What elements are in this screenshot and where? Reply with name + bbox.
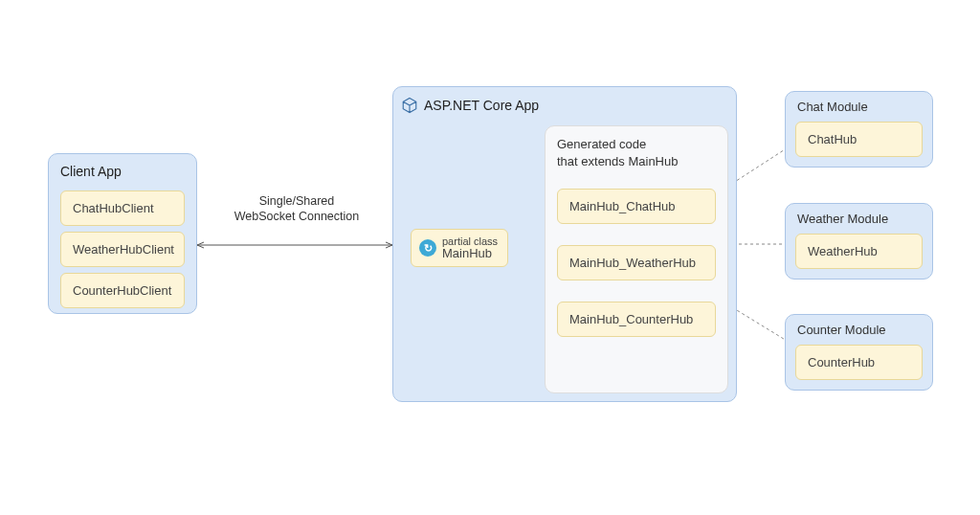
mainhub-pill: ↻ partial class MainHub bbox=[411, 229, 508, 267]
cube-icon bbox=[401, 97, 418, 117]
roslyn-icon: ↻ bbox=[419, 239, 436, 257]
chat-module-box: Chat Module ChatHub bbox=[785, 91, 933, 168]
counter-module-box: Counter Module CounterHub bbox=[785, 314, 933, 391]
server-app-title: ASP.NET Core App bbox=[393, 87, 736, 123]
counter-module-title: Counter Module bbox=[786, 315, 932, 341]
generated-item-counter: MainHub_CounterHub bbox=[557, 302, 716, 337]
weather-module-box: Weather Module WeatherHub bbox=[785, 203, 933, 280]
client-app-title: Client App bbox=[49, 154, 196, 185]
weather-module-hub: WeatherHub bbox=[795, 234, 923, 269]
client-app-box: Client App ChatHubClient WeatherHubClien… bbox=[48, 153, 197, 314]
server-app-box: ASP.NET Core App ↻ partial class MainHub… bbox=[392, 86, 737, 402]
counter-module-hub: CounterHub bbox=[795, 345, 923, 380]
mainhub-name: MainHub bbox=[442, 247, 498, 260]
client-item-counter: CounterHubClient bbox=[60, 273, 185, 308]
connection-label: Single/Shared WebSocket Connection bbox=[215, 193, 378, 225]
client-item-weather: WeatherHubClient bbox=[60, 232, 185, 267]
generated-code-box: Generated code that extends MainHub Main… bbox=[545, 125, 728, 393]
weather-module-title: Weather Module bbox=[786, 204, 932, 230]
generated-code-title: Generated code that extends MainHub bbox=[546, 126, 727, 175]
generated-item-chat: MainHub_ChatHub bbox=[557, 189, 716, 224]
chat-module-title: Chat Module bbox=[786, 92, 932, 118]
chat-module-hub: ChatHub bbox=[795, 122, 923, 157]
connection-label-line2: WebSocket Connection bbox=[215, 209, 378, 224]
connection-label-line1: Single/Shared bbox=[215, 193, 378, 209]
client-item-chat: ChatHubClient bbox=[60, 190, 185, 226]
diagram-canvas: Client App ChatHubClient WeatherHubClien… bbox=[0, 0, 980, 515]
generated-item-weather: MainHub_WeatherHub bbox=[557, 245, 716, 280]
